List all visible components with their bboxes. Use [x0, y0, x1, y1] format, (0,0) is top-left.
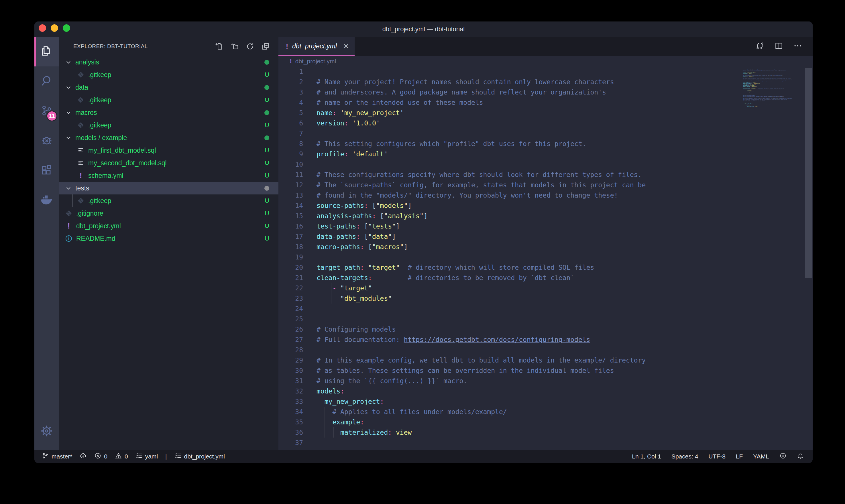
status-indentation[interactable]: Spaces: 4 — [671, 453, 698, 460]
status-yaml-outline-indicator[interactable]: yaml — [136, 452, 158, 461]
collapse-folders-button[interactable] — [261, 42, 270, 51]
smiley-icon — [779, 452, 787, 461]
status-encoding[interactable]: UTF-8 — [708, 453, 725, 460]
status-warnings-indicator[interactable]: 0 — [115, 452, 128, 461]
activity-bar-item-settings[interactable] — [34, 418, 59, 445]
code-token: source-paths — [317, 202, 364, 209]
code-token: example — [332, 418, 360, 426]
tree-file--gitignore[interactable]: .gitignoreU — [59, 207, 278, 220]
status-git-branch-indicator[interactable]: master* — [42, 452, 72, 461]
tree-file-my-first-dbt-model-sql[interactable]: my_first_dbt_model.sqlU — [59, 144, 278, 157]
code-token: materialized — [340, 429, 388, 436]
code-token: clean-targets — [317, 274, 368, 282]
status-errors-indicator[interactable]: 0 — [94, 452, 107, 461]
code-editor[interactable]: 12# Name your project! Project names sho… — [278, 67, 813, 450]
breadcrumb: ! dbt_project.yml — [278, 56, 813, 67]
minimap-token: : — [750, 105, 750, 106]
tree-file--gitkeep[interactable]: .gitkeepU — [59, 119, 278, 131]
activity-bar-item-source-control[interactable]: 11 — [34, 96, 59, 126]
status-language-mode[interactable]: YAML — [753, 453, 769, 460]
code-token: view — [396, 429, 412, 436]
activity-bar-item-search[interactable] — [34, 67, 59, 96]
close-window-button[interactable] — [39, 24, 46, 32]
git-file-icon — [76, 121, 85, 129]
tree-file--gitkeep[interactable]: .gitkeepU — [59, 69, 278, 81]
code-line-20: 20target-path: "target" # directory whic… — [278, 262, 813, 273]
git-untracked-badge: U — [265, 96, 269, 104]
more-actions-button[interactable] — [793, 41, 802, 52]
minimize-window-button[interactable] — [51, 24, 58, 32]
tree-folder-macros[interactable]: macros — [59, 106, 278, 119]
status-cursor-position[interactable]: Ln 1, Col 1 — [632, 453, 661, 460]
minimap-token: # Configuring models — [743, 95, 755, 96]
close-tab-icon[interactable]: ✕ — [343, 42, 349, 50]
line-number: 23 — [278, 293, 303, 304]
line-number: 30 — [278, 365, 303, 376]
explorer-sidebar: EXPLORER: DBT-TUTORIAL analysis.gitkeepU… — [59, 37, 278, 450]
tree-file-dbt-project-yml[interactable]: !dbt_project.ymlU — [59, 220, 278, 232]
activity-bar-item-extensions[interactable] — [34, 156, 59, 185]
code-line-16: 16test-paths: ["tests"] — [278, 221, 813, 231]
code-line-15: 15analysis-paths: ["analysis"] — [278, 211, 813, 221]
tree-folder-analysis[interactable]: analysis — [59, 56, 278, 69]
code-token: : — [380, 398, 384, 405]
tree-folder-tests[interactable]: tests — [59, 182, 278, 195]
status-label: Ln 1, Col 1 — [632, 453, 661, 460]
code-token: # These configurations specify where dbt… — [317, 171, 642, 178]
minimap-token: data — [752, 85, 754, 86]
line-number: 32 — [278, 386, 303, 396]
minimap-token: target-path — [743, 89, 750, 89]
tab-dbt-project-yml[interactable]: ! dbt_project.yml ✕ — [278, 37, 355, 56]
refresh-explorer-button[interactable] — [246, 42, 254, 51]
tree-file--gitkeep[interactable]: .gitkeepU — [59, 94, 278, 106]
status-eol[interactable]: LF — [736, 453, 743, 460]
tree-file-my-second-dbt-model-sql[interactable]: my_second_dbt_model.sqlU — [59, 157, 278, 169]
status-notifications-button[interactable] — [797, 452, 804, 461]
code-token: analysis-paths — [317, 212, 372, 220]
tree-folder-models-example[interactable]: models / example — [59, 131, 278, 144]
status-label: UTF-8 — [708, 453, 725, 460]
minimap-token — [743, 90, 745, 91]
code-token: test-paths — [317, 222, 356, 230]
code-line-4: 4# name or the intended use of these mod… — [278, 97, 813, 108]
activity-bar-item-run-debug[interactable] — [34, 126, 59, 156]
code-token: : — [360, 264, 364, 271]
minimap-token: target — [752, 89, 755, 89]
minimap-token — [743, 104, 745, 105]
minimap-token: "] — [756, 82, 757, 83]
tree-folder-data[interactable]: data — [59, 81, 278, 94]
tree-file-schema-yml[interactable]: !schema.ymlU — [59, 169, 278, 182]
code-line-7: 7 — [278, 128, 813, 139]
indent-guide — [72, 195, 73, 207]
editor-scrollbar[interactable] — [805, 68, 812, 278]
minimap[interactable]: # Name your project! Project names shoul… — [743, 68, 804, 108]
git-untracked-badge: U — [265, 71, 269, 78]
minimap-token: # using the `{{ config(...) }}` macro. — [743, 101, 766, 101]
tree-file-readme-md[interactable]: README.mdU — [59, 232, 278, 245]
minimap-token: # These configurations specify where dbt… — [743, 78, 791, 79]
code-token — [336, 284, 340, 292]
code-line-11: 11# These configurations specify where d… — [278, 169, 813, 180]
breadcrumb-item-file[interactable]: dbt_project.yml — [295, 58, 336, 65]
open-changes-button[interactable] — [755, 41, 765, 52]
status-feedback-button[interactable] — [779, 452, 787, 461]
status-sync-changes-button[interactable] — [79, 452, 87, 461]
code-token — [348, 120, 352, 127]
activity-bar-item-docker[interactable] — [34, 185, 59, 215]
code-token: my_new_project — [344, 109, 400, 116]
activity-bar: 11 — [34, 37, 59, 450]
status-file-outline-indicator[interactable]: dbt_project.yml — [175, 452, 225, 461]
zoom-window-button[interactable] — [63, 24, 70, 32]
new-folder-icon — [230, 42, 239, 51]
split-editor-button[interactable] — [774, 41, 784, 52]
code-token: : — [344, 150, 348, 158]
tree-file--gitkeep[interactable]: .gitkeepU — [59, 195, 278, 207]
new-folder-button[interactable] — [230, 42, 239, 51]
activity-bar-item-explorer[interactable] — [34, 37, 59, 67]
minimap-token: my_new_project — [744, 103, 753, 104]
checklist-icon — [175, 452, 182, 461]
code-line-28: 28 — [278, 345, 813, 355]
git-untracked-badge: U — [265, 147, 269, 154]
line-number: 27 — [278, 335, 303, 345]
new-file-button[interactable] — [215, 42, 223, 51]
